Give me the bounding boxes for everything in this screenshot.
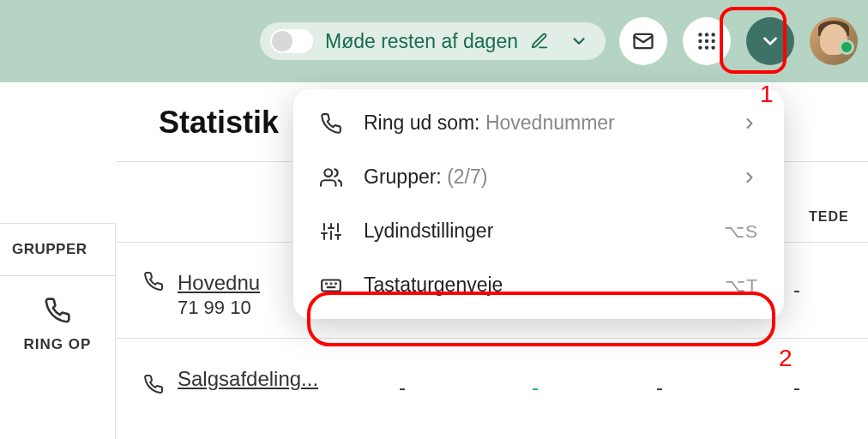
dropdown-label: Ring ud som: Hovednummer — [364, 111, 720, 135]
group-name-link[interactable]: Salgsafdeling... — [178, 367, 318, 391]
more-dropdown: Ring ud som: Hovednummer Grupper: (2/7) … — [293, 89, 784, 319]
dropdown-item-grupper[interactable]: Grupper: (2/7) — [293, 150, 784, 204]
dropdown-label: Grupper: (2/7) — [364, 165, 720, 189]
column-header: TEDE — [809, 209, 849, 225]
svg-point-1 — [698, 33, 702, 36]
svg-point-3 — [711, 33, 714, 36]
dropdown-label: Tastaturgenveje — [364, 274, 704, 297]
svg-point-9 — [711, 45, 714, 49]
more-menu-button[interactable] — [746, 17, 794, 65]
cell-dash: - — [793, 278, 800, 302]
svg-point-2 — [705, 33, 708, 36]
svg-point-4 — [698, 39, 702, 43]
avatar-wrapper[interactable] — [810, 17, 858, 65]
sidebar-ring-op[interactable]: RING OP — [0, 276, 115, 374]
cell-dash: - — [793, 376, 800, 400]
mail-button[interactable] — [619, 17, 667, 65]
dropdown-label: Lydindstillinger — [364, 220, 703, 243]
svg-point-21 — [326, 283, 327, 284]
svg-rect-20 — [322, 280, 341, 291]
dropdown-item-tastaturgenveje[interactable]: Tastaturgenveje ⌥T — [293, 258, 784, 312]
phone-icon — [143, 271, 164, 295]
chevron-down-icon[interactable] — [570, 32, 588, 51]
group-row[interactable]: Salgsafdeling... — [143, 350, 318, 408]
cell-dash: - — [399, 376, 406, 400]
phone-icon — [143, 374, 164, 398]
dropdown-item-lydindstillinger[interactable]: Lydindstillinger ⌥S — [293, 204, 784, 258]
svg-point-8 — [705, 45, 708, 49]
group-phone: 71 99 10 — [178, 297, 260, 319]
status-text: Møde resten af dagen — [325, 30, 518, 53]
people-icon — [319, 166, 343, 189]
chevron-right-icon — [741, 115, 758, 132]
sidebar-section-grupper[interactable]: GRUPPER — [0, 224, 115, 276]
header-bar: Møde resten af dagen — [0, 0, 868, 82]
svg-point-23 — [335, 283, 336, 284]
status-toggle[interactable] — [270, 29, 313, 53]
group-name-link[interactable]: Hovednu — [178, 271, 260, 295]
group-row[interactable]: Hovednu 71 99 10 — [143, 254, 260, 336]
cell-dash: - — [532, 376, 539, 400]
dialpad-button[interactable] — [683, 17, 731, 65]
phone-outgoing-icon — [319, 112, 343, 135]
svg-point-22 — [330, 283, 331, 284]
svg-point-5 — [705, 39, 708, 43]
sliders-icon — [319, 221, 343, 242]
keyboard-icon — [319, 274, 343, 297]
sidebar-ring-label: RING OP — [24, 336, 92, 353]
sidebar: GRUPPER RING OP — [0, 223, 116, 439]
pencil-icon[interactable] — [530, 32, 549, 51]
svg-point-6 — [711, 39, 714, 43]
chevron-right-icon — [741, 169, 758, 186]
dropdown-shortcut: ⌥T — [725, 275, 758, 296]
presence-indicator — [839, 39, 854, 55]
cell-dash: - — [656, 376, 663, 400]
status-pill[interactable]: Møde resten af dagen — [260, 22, 606, 60]
phone-icon — [44, 297, 71, 328]
dropdown-item-ring-ud-som[interactable]: Ring ud som: Hovednummer — [293, 96, 784, 150]
dropdown-shortcut: ⌥S — [724, 221, 758, 242]
svg-point-7 — [698, 45, 702, 49]
svg-point-10 — [324, 169, 332, 177]
